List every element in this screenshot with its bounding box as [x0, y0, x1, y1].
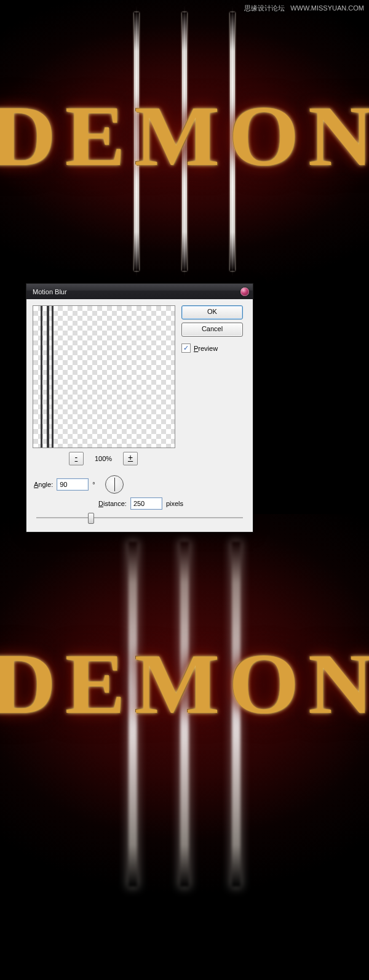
preview-stripe	[52, 306, 54, 448]
preview-stripe	[47, 306, 49, 448]
distance-slider[interactable]	[33, 512, 247, 523]
dialog-body: - 100% + OK Cancel ✓ Preview	[26, 299, 253, 532]
preview-stripe	[41, 306, 42, 448]
demon-artwork-after: DEMON	[0, 514, 369, 902]
watermark-right: WWW.MISSYUAN.COM	[290, 4, 364, 12]
distance-unit: pixels	[166, 500, 183, 507]
preview-checkbox-row[interactable]: ✓ Preview	[181, 343, 243, 353]
ok-button[interactable]: OK	[181, 305, 243, 319]
cancel-button[interactable]: Cancel	[181, 323, 243, 337]
watermark-left: 思缘设计论坛	[244, 4, 285, 12]
angle-label: Angle:	[34, 481, 53, 488]
distance-label: Distance:	[98, 500, 127, 507]
zoom-in-button[interactable]: +	[123, 452, 138, 465]
filter-preview-thumbnail[interactable]	[33, 305, 175, 448]
preview-label-rest: review	[198, 345, 218, 352]
zoom-out-button[interactable]: -	[69, 452, 84, 465]
dialog-side-controls: OK Cancel ✓ Preview	[181, 305, 243, 353]
close-icon[interactable]	[240, 287, 249, 296]
distance-row: Distance: 250 pixels	[34, 497, 248, 510]
zoom-controls: - 100% +	[33, 452, 174, 465]
degree-symbol: °	[92, 481, 95, 488]
demon-title-text: DEMON	[0, 86, 369, 185]
zoom-percent-label: 100%	[95, 455, 112, 462]
preview-checkbox[interactable]: ✓	[181, 343, 191, 353]
slider-thumb[interactable]	[88, 513, 94, 524]
slider-rail	[36, 517, 243, 518]
angle-row: Angle: 90 °	[34, 475, 247, 494]
angle-input[interactable]: 90	[57, 478, 89, 491]
angle-dial[interactable]	[105, 475, 124, 494]
page-canvas: 思缘设计论坛 WWW.MISSYUAN.COM DEMON Motion Blu…	[0, 0, 369, 902]
dialog-titlebar[interactable]: Motion Blur	[26, 284, 253, 299]
watermark-top: 思缘设计论坛 WWW.MISSYUAN.COM	[244, 4, 364, 13]
dialog-title: Motion Blur	[33, 288, 67, 295]
motion-blur-dialog: Motion Blur - 100% +	[26, 283, 253, 532]
distance-input[interactable]: 250	[130, 497, 162, 510]
demon-artwork-before: 思缘设计论坛 WWW.MISSYUAN.COM DEMON	[0, 0, 369, 308]
demon-title-text: DEMON	[0, 634, 369, 733]
